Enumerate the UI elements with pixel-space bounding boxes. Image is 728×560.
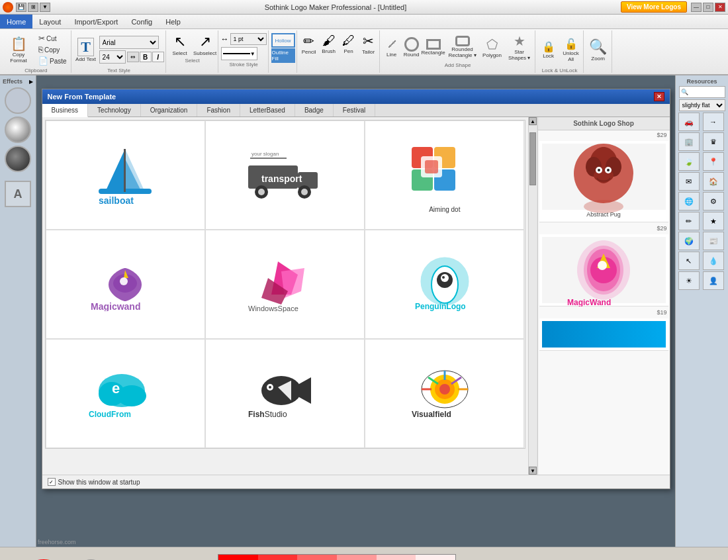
- tab-festival[interactable]: Festival: [334, 104, 375, 117]
- tab-fashion[interactable]: Fashion: [197, 104, 240, 117]
- hollow-button[interactable]: Hollow: [271, 33, 295, 48]
- menu-help[interactable]: Help: [159, 15, 187, 28]
- color-swatch-red3[interactable]: [297, 555, 337, 561]
- scroll-down-button[interactable]: ▼: [529, 467, 537, 475]
- outline-fill-button[interactable]: Outline Fill: [271, 48, 295, 63]
- resource-item-crown[interactable]: ♛: [703, 132, 724, 151]
- save-icon[interactable]: 💾: [16, 3, 26, 12]
- resource-item-star[interactable]: ★: [703, 212, 724, 230]
- bold-button[interactable]: B: [140, 52, 152, 62]
- cut-button[interactable]: ✂ Cut: [36, 33, 69, 44]
- add-text-button[interactable]: T Add Text: [74, 33, 98, 66]
- view-more-button[interactable]: View More Logos: [621, 1, 687, 13]
- subselect-button[interactable]: ↗ Subselect: [194, 33, 216, 56]
- char-spacing-btn[interactable]: ⇔: [127, 52, 139, 62]
- logo-cell-magicwand[interactable]: Magicwand: [46, 230, 205, 339]
- line-button[interactable]: ⟋ Line: [383, 36, 401, 58]
- color-swatch-red[interactable]: [218, 555, 258, 561]
- tab-technology[interactable]: Technology: [88, 104, 141, 117]
- svg-point-49: [439, 384, 450, 395]
- resource-item-person[interactable]: 👤: [703, 271, 724, 290]
- paste-button[interactable]: 📄 Paste: [36, 56, 69, 66]
- resource-item-drop[interactable]: 💧: [703, 252, 724, 270]
- maximize-button[interactable]: □: [703, 3, 713, 12]
- menu-layout[interactable]: Layout: [32, 15, 68, 28]
- pencil-button[interactable]: ✏ Pencil: [300, 33, 318, 55]
- resource-item-news[interactable]: 📰: [703, 232, 724, 250]
- color-swatch-pink3[interactable]: [416, 555, 455, 561]
- rounded-rect-button[interactable]: Rounded Rectangle ▾: [446, 36, 479, 58]
- resource-item-gear[interactable]: ⚙: [703, 192, 724, 210]
- logo-cell-aiming-dot[interactable]: Aiming dot: [365, 120, 524, 230]
- minimize-button[interactable]: —: [691, 3, 702, 12]
- resource-dropdown[interactable]: slightly flat: [679, 99, 725, 111]
- copy-format-button[interactable]: 📋 Copy Format: [3, 33, 34, 66]
- resource-item-world[interactable]: 🌍: [678, 232, 700, 250]
- color-swatch-red2[interactable]: [258, 555, 298, 561]
- star-button[interactable]: ★ Star Shapes ▾: [506, 33, 533, 61]
- fill-group: Hollow Outline Fill: [270, 30, 297, 73]
- logo-cell-sailboat[interactable]: sailboat: [46, 120, 205, 230]
- color-swatch-pink1[interactable]: [337, 555, 377, 561]
- menu-home[interactable]: Home: [0, 15, 32, 28]
- polygon-button[interactable]: ⬠ Polygon: [480, 36, 504, 58]
- tab-business[interactable]: Business: [42, 104, 89, 117]
- font-size-select[interactable]: 24: [99, 50, 126, 64]
- scroll-thumb[interactable]: [529, 132, 536, 185]
- logo-cell-cloud-from[interactable]: e CloudFrom: [46, 339, 205, 448]
- tailor-button[interactable]: ✂ Tailor: [359, 33, 378, 55]
- resource-item-house[interactable]: 🏠: [703, 172, 724, 191]
- effects-arrow[interactable]: ▶: [29, 79, 33, 85]
- lock-button[interactable]: 🔒 Lock: [538, 33, 559, 66]
- resource-item-arrow[interactable]: →: [703, 113, 724, 131]
- resource-search[interactable]: [679, 86, 725, 98]
- rectangle-button[interactable]: Rectangle: [422, 39, 445, 56]
- unlock-label: Unlock All: [561, 50, 581, 62]
- fill-buttons: Hollow Outline Fill: [271, 33, 295, 63]
- italic-button[interactable]: I: [152, 52, 164, 62]
- resource-item-globe[interactable]: 🌐: [678, 192, 700, 210]
- unlock-button[interactable]: 🔓 Unlock All: [561, 33, 582, 66]
- layout-icon[interactable]: ⊞: [28, 3, 38, 12]
- stroke-width-select[interactable]: 1 pt: [230, 33, 267, 45]
- select-button[interactable]: ↖ Select: [169, 33, 191, 56]
- tab-letter-based[interactable]: LetterBased: [240, 104, 295, 117]
- logo-cell-penguin-logo[interactable]: PenguinLogo: [365, 230, 524, 339]
- close-window-button[interactable]: ✕: [715, 3, 725, 12]
- zoom-button[interactable]: 🔍 Zoom: [586, 33, 610, 66]
- resource-item-building[interactable]: 🏢: [678, 132, 700, 151]
- logo-cell-visual-field[interactable]: Visualfield: [365, 339, 524, 448]
- stroke-style-preview[interactable]: ▼: [221, 47, 257, 60]
- resource-item-car[interactable]: 🚗: [678, 113, 700, 131]
- resource-item-pin[interactable]: 📍: [703, 152, 724, 171]
- resource-item-sun[interactable]: ☀: [678, 271, 700, 290]
- show-on-startup-checkbox[interactable]: ✓: [48, 478, 56, 486]
- brush-button[interactable]: 🖌 Brush: [320, 33, 338, 55]
- shop-item-gradient[interactable]: [539, 318, 668, 351]
- round-button[interactable]: Round: [402, 37, 421, 58]
- quick-icon[interactable]: ▼: [40, 3, 50, 12]
- dialog-close-button[interactable]: ✕: [654, 92, 664, 101]
- effect-letter-button[interactable]: A: [5, 181, 31, 207]
- pen-button[interactable]: 🖊 Pen: [340, 33, 358, 55]
- effect-gradient-button[interactable]: [5, 117, 31, 143]
- copy-button[interactable]: ⎘ Copy: [36, 44, 69, 55]
- resource-item-pencil[interactable]: ✏: [678, 212, 700, 230]
- effect-dark-button[interactable]: [5, 146, 31, 172]
- tab-organization[interactable]: Organization: [141, 104, 198, 117]
- effect-flat-button[interactable]: [5, 87, 31, 114]
- resource-item-envelope[interactable]: ✉: [678, 172, 700, 191]
- font-select[interactable]: Arial: [99, 36, 159, 49]
- menu-import-export[interactable]: Import/Export: [68, 15, 124, 28]
- resource-item-leaf[interactable]: 🍃: [678, 152, 700, 171]
- logo-cell-windows-space[interactable]: WindowsSpace: [205, 230, 365, 339]
- shop-item-magicwand[interactable]: MagicWand: [539, 234, 668, 306]
- shop-item-abstract-pug[interactable]: Abstract Pug: [539, 141, 668, 222]
- menu-config[interactable]: Config: [124, 15, 159, 28]
- color-swatch-pink2[interactable]: [377, 555, 416, 561]
- scroll-up-button[interactable]: ▲: [529, 117, 537, 125]
- logo-cell-transport[interactable]: your slogan transport: [205, 120, 365, 230]
- logo-cell-fish-studio[interactable]: FishStudio: [205, 339, 365, 448]
- tab-badge[interactable]: Badge: [295, 104, 334, 117]
- resource-item-cursor[interactable]: ↖: [678, 252, 700, 270]
